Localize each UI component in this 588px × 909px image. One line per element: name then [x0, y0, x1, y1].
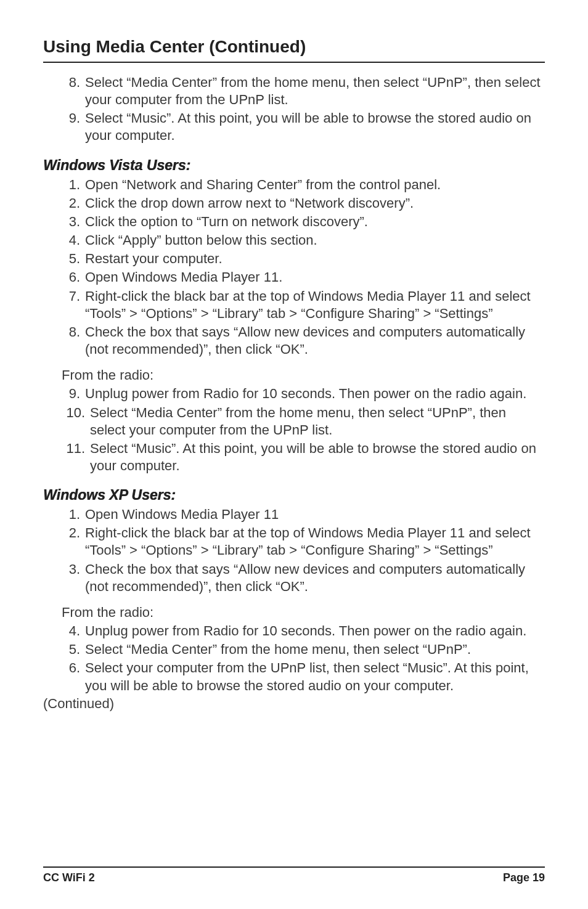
item-number: 5.: [62, 641, 85, 658]
section-heading-xp: Windows XP Users:: [43, 487, 545, 503]
heading-rule: [43, 62, 545, 63]
item-number: 4.: [62, 232, 85, 249]
item-number: 5.: [62, 250, 85, 267]
item-text: Select “Media Center” from the home menu…: [85, 74, 545, 108]
item-text: Open “Network and Sharing Center” from t…: [85, 176, 545, 194]
item-number: 8.: [62, 324, 85, 358]
item-text: Click the drop down arrow next to “Netwo…: [85, 195, 545, 212]
footer-right: Page 19: [503, 871, 545, 884]
item-number: 9.: [62, 385, 85, 402]
item-number: 7.: [62, 288, 85, 322]
list-item: 10.Select “Media Center” from the home m…: [62, 404, 545, 439]
page-title: Using Media Center (Continued): [43, 37, 545, 57]
from-radio-label: From the radio:: [62, 604, 545, 621]
item-number: 3.: [62, 561, 85, 595]
list-item: 8.Check the box that says “Allow new dev…: [62, 324, 545, 358]
item-number: 4.: [62, 622, 85, 640]
item-number: 9.: [62, 110, 85, 144]
item-text: Select “Music”. At this point, you will …: [85, 110, 545, 144]
list-item: 1.Open “Network and Sharing Center” from…: [62, 176, 545, 194]
item-number: 6.: [62, 659, 85, 694]
list-item: 9.Select “Music”. At this point, you wil…: [62, 110, 545, 144]
top-list: 8.Select “Media Center” from the home me…: [62, 74, 545, 145]
list-item: 5.Select “Media Center” from the home me…: [62, 641, 545, 658]
item-text: Select your computer from the UPnP list,…: [85, 659, 545, 694]
item-number: 11.: [62, 440, 90, 475]
list-item: 4.Unplug power from Radio for 10 seconds…: [62, 622, 545, 640]
vista-list-b: 9.Unplug power from Radio for 10 seconds…: [62, 385, 545, 475]
item-number: 6.: [62, 269, 85, 286]
item-text: Select “Music”. At this point, you will …: [90, 440, 545, 475]
item-text: Click “Apply” button below this section.: [85, 232, 545, 249]
item-number: 1.: [62, 506, 85, 523]
item-text: Open Windows Media Player 11.: [85, 269, 545, 286]
item-text: Check the box that says “Allow new devic…: [85, 561, 545, 595]
xp-list-b: 4.Unplug power from Radio for 10 seconds…: [62, 622, 545, 695]
list-item: 6.Select your computer from the UPnP lis…: [62, 659, 545, 694]
list-item: 8.Select “Media Center” from the home me…: [62, 74, 545, 108]
list-item: 5.Restart your computer.: [62, 250, 545, 267]
item-number: 2.: [62, 195, 85, 212]
item-text: Right-click the black bar at the top of …: [85, 524, 545, 559]
from-radio-label: From the radio:: [62, 367, 545, 384]
list-item: 11.Select “Music”. At this point, you wi…: [62, 440, 545, 475]
footer-left: CC WiFi 2: [43, 871, 95, 884]
item-text: Right-click the black bar at the top of …: [85, 288, 545, 322]
list-item: 6.Open Windows Media Player 11.: [62, 269, 545, 286]
page-footer: CC WiFi 2 Page 19: [43, 866, 545, 884]
vista-list-a: 1.Open “Network and Sharing Center” from…: [62, 176, 545, 359]
continued-label: (Continued): [43, 696, 545, 712]
item-text: Unplug power from Radio for 10 seconds. …: [85, 385, 545, 402]
item-number: 2.: [62, 524, 85, 559]
item-text: Open Windows Media Player 11: [85, 506, 545, 523]
list-item: 4.Click “Apply” button below this sectio…: [62, 232, 545, 249]
section-heading-vista: Windows Vista Users:: [43, 157, 545, 174]
item-text: Select “Media Center” from the home menu…: [90, 404, 545, 439]
item-text: Click the option to “Turn on network dis…: [85, 213, 545, 230]
item-text: Restart your computer.: [85, 250, 545, 267]
item-number: 1.: [62, 176, 85, 194]
item-text: Unplug power from Radio for 10 seconds. …: [85, 622, 545, 640]
list-item: 7.Right-click the black bar at the top o…: [62, 288, 545, 322]
list-item: 2.Click the drop down arrow next to “Net…: [62, 195, 545, 212]
list-item: 9.Unplug power from Radio for 10 seconds…: [62, 385, 545, 402]
item-number: 8.: [62, 74, 85, 108]
xp-list-a: 1.Open Windows Media Player 11 2.Right-c…: [62, 506, 545, 595]
item-text: Check the box that says “Allow new devic…: [85, 324, 545, 358]
item-text: Select “Media Center” from the home menu…: [85, 641, 545, 658]
list-item: 3.Check the box that says “Allow new dev…: [62, 561, 545, 595]
list-item: 3.Click the option to “Turn on network d…: [62, 213, 545, 230]
item-number: 10.: [62, 404, 90, 439]
list-item: 2.Right-click the black bar at the top o…: [62, 524, 545, 559]
list-item: 1.Open Windows Media Player 11: [62, 506, 545, 523]
item-number: 3.: [62, 213, 85, 230]
